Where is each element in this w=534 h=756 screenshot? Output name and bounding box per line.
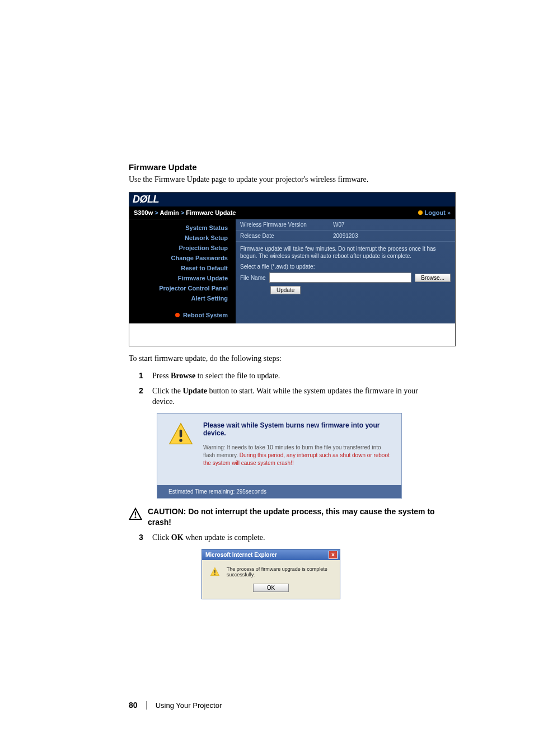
logout-link[interactable]: Logout » [418, 209, 451, 216]
step-2-bold: Update [182, 387, 207, 395]
step-3-bold: OK [171, 533, 184, 542]
ok-button[interactable]: OK [253, 584, 289, 592]
step-1-pre: Press [152, 372, 171, 380]
svg-rect-4 [135, 511, 136, 515]
step-3: 3 Click OK when update is complete. [139, 533, 439, 543]
caution-icon [129, 508, 142, 528]
progress-time-remaining: Estimated Time remaining: 295seconds [157, 485, 401, 498]
footer-label: Using Your Projector [156, 701, 222, 710]
admin-footer [129, 323, 455, 346]
step-3-pre: Click [152, 533, 171, 542]
sidebar-item-firmware-update[interactable]: Firmware Update [129, 273, 236, 283]
fw-version-label: Wireless Firmware Version [236, 219, 329, 230]
filename-input[interactable] [269, 273, 412, 283]
step-number: 1 [139, 371, 147, 382]
sidebar-item-change-passwords[interactable]: Change Passwords [129, 253, 236, 263]
crumb-current: Firmware Update [186, 209, 236, 216]
svg-point-8 [214, 574, 216, 575]
fw-select-text: Select a file (*.awd) to update: [236, 260, 455, 270]
alert-icon [210, 566, 220, 578]
logout-icon [418, 210, 423, 215]
svg-point-5 [135, 516, 137, 518]
sidebar-item-projector-control[interactable]: Projector Control Panel [129, 283, 236, 293]
sidebar-item-reset-default[interactable]: Reset to Default [129, 263, 236, 273]
step-number: 3 [139, 533, 147, 543]
progress-title: Please wait while System burns new firmw… [203, 421, 390, 437]
release-date-value: 20091203 [329, 231, 455, 241]
caution-block: CAUTION: Do not interrupt the update pro… [129, 506, 439, 528]
step-1: 1 Press Browse to select the file to upd… [139, 371, 439, 382]
sidebar-item-network-setup[interactable]: Network Setup [129, 233, 236, 243]
dell-logo: DØLL [129, 192, 455, 206]
caution-text: Do not interrupt the update process, thi… [148, 507, 435, 527]
sidebar: System Status Network Setup Projection S… [129, 219, 236, 323]
ie-dialog: Microsoft Internet Explorer × The proces… [202, 549, 340, 599]
update-button[interactable]: Update [270, 286, 301, 294]
reboot-icon [175, 313, 180, 317]
sidebar-item-projection-setup[interactable]: Projection Setup [129, 243, 236, 253]
svg-rect-7 [214, 570, 216, 573]
page-footer: 80 | Using Your Projector [129, 700, 439, 710]
dialog-title: Microsoft Internet Explorer [205, 552, 277, 558]
breadcrumb: S300w > Admin > Firmware Update Logout » [129, 206, 455, 219]
warning-icon [168, 421, 193, 473]
sidebar-item-system-status[interactable]: System Status [129, 223, 236, 233]
step-1-post: to select the file to update. [195, 372, 280, 380]
close-icon[interactable]: × [329, 551, 338, 559]
footer-separator: | [146, 700, 148, 710]
step-3-post: when update is complete. [184, 533, 265, 542]
step-1-bold: Browse [171, 372, 195, 380]
release-date-label: Release Date [236, 231, 329, 241]
section-heading: Firmware Update [129, 162, 439, 172]
caution-label: CAUTION: [148, 507, 188, 516]
fw-warning-text: Firmware update will take few minutes. D… [236, 242, 455, 260]
step-2: 2 Click the Update button to start. Wait… [139, 386, 439, 407]
browse-button[interactable]: Browse... [415, 274, 451, 282]
svg-rect-1 [180, 429, 182, 437]
progress-dialog: Please wait while System burns new firmw… [157, 413, 402, 499]
step-number: 2 [139, 386, 147, 407]
sidebar-item-reboot[interactable]: Reboot System [129, 310, 236, 320]
step-2-pre: Click the [152, 387, 182, 395]
fw-version-value: W07 [329, 219, 455, 230]
svg-point-2 [179, 439, 182, 442]
sidebar-item-alert-setting[interactable]: Alert Setting [129, 293, 236, 303]
filename-label: File Name [240, 275, 266, 281]
intro-text: Use the Firmware Update page to update y… [129, 175, 439, 184]
crumb-admin[interactable]: Admin [160, 209, 179, 216]
page-number: 80 [129, 701, 138, 710]
admin-window: DØLL S300w > Admin > Firmware Update Log… [129, 192, 456, 346]
crumb-root[interactable]: S300w [134, 209, 153, 216]
dialog-message: The process of firmware upgrade is compl… [227, 566, 332, 577]
logout-label: Logout » [425, 209, 451, 216]
content-pane: Wireless Firmware Version W07 Release Da… [236, 219, 455, 323]
crumb-sep: > [181, 209, 186, 216]
reboot-label: Reboot System [183, 312, 228, 318]
steps-intro: To start firmware update, do the followi… [129, 354, 439, 363]
